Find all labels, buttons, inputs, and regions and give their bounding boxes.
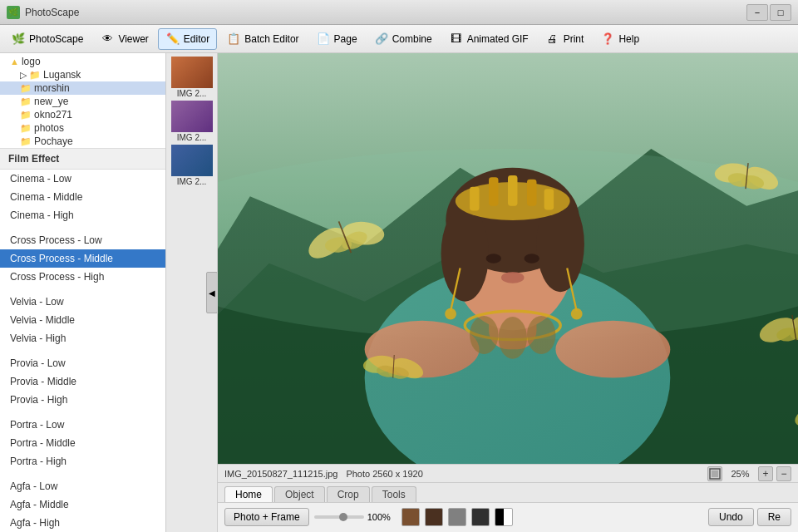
film-velvia-low[interactable]: Velvia - Low [0,293,165,311]
film-effect-menu: Film Effect Cinema - Low Cinema - Middle… [0,149,165,532]
zoom-in-button[interactable]: + [758,466,773,481]
film-velvia-high[interactable]: Velvia - High [0,329,165,347]
film-provia-middle[interactable]: Provia - Middle [0,372,165,391]
redo-button[interactable]: Re [757,508,791,526]
main-toolbar: 🌿 PhotoScape 👁 Viewer ✏️ Editor 📋 Batch … [0,25,798,53]
thumb-img-1 [171,57,213,88]
photo-frame-button[interactable]: Photo + Frame [224,508,309,526]
film-effect-header: Film Effect [0,149,165,170]
zoom-fit-button[interactable] [707,466,722,481]
thumb-label-2: IMG 2... [171,132,213,143]
film-cinema-middle[interactable]: Cinema - Middle [0,188,165,206]
toolbar-print-label: Print [564,33,584,45]
tree-item-label: Pochaye [34,135,73,147]
content-section: ◀ IMG 2... IMG 2... IMG 2... [166,53,798,532]
film-provia-low[interactable]: Provia - Low [0,354,165,372]
film-cinema-high[interactable]: Cinema - High [0,206,165,224]
tree-item-lugansk[interactable]: ▷ 📁 Lugansk [0,68,165,81]
svg-point-10 [441,206,489,302]
film-agfa-low[interactable]: Agfa - Low [0,477,165,495]
maximize-button[interactable]: □ [770,4,791,21]
print-icon: 🖨 [545,32,560,47]
tab-home[interactable]: Home [224,486,273,502]
bottom-tabs: Home Object Crop Tools [218,483,798,503]
film-cinema-low[interactable]: Cinema - Low [0,170,165,188]
tree-item-label: morshin [34,82,70,94]
title-bar: 🌿 PhotoScape − □ [0,0,798,25]
svg-rect-20 [544,189,554,209]
slider-thumb [339,513,347,521]
toolbar-editor[interactable]: ✏️ Editor [158,28,217,50]
color-darkgray[interactable] [471,508,490,526]
status-photosize: Photo 2560 x 1920 [346,469,422,479]
minimize-button[interactable]: − [746,4,768,21]
svg-point-23 [499,317,527,359]
toolbar-viewer[interactable]: 👁 Viewer [92,28,155,50]
toolbar-page-label: Page [334,33,357,45]
toolbar-batch-label: Batch Editor [244,33,298,45]
film-provia-high[interactable]: Provia - High [0,391,165,409]
film-portra-low[interactable]: Portra - Low [0,416,165,434]
film-velvia-middle[interactable]: Velvia - Middle [0,311,165,329]
opacity-slider[interactable]: 100% [314,512,397,522]
bottom-controls: Photo + Frame 100% Undo [218,503,798,532]
svg-point-24 [527,316,555,354]
film-cross-middle[interactable]: Cross Process - Middle [0,249,165,268]
thumbnail-3[interactable]: IMG 2... [171,145,213,187]
bottom-action-buttons: Undo Re [708,508,791,526]
film-portra-middle[interactable]: Portra - Middle [0,434,165,452]
toolbar-gif[interactable]: 🎞 Animated GIF [441,28,536,50]
toolbar-page[interactable]: 📄 Page [308,28,365,50]
tree-item-newye[interactable]: 📁 new_ye [0,95,165,108]
zoom-out-button[interactable]: − [776,466,791,481]
film-portra-high[interactable]: Portra - High [0,452,165,470]
folder-icon-3: 📁 [20,83,32,94]
main-layout: ▲ logo ▷ 📁 Lugansk 📁 morshin 📁 new_ye 📁 … [0,53,798,532]
status-bar: IMG_20150827_111215.jpg Photo 2560 x 192… [218,464,798,482]
thumb-img-2 [171,101,213,132]
film-agfa-high[interactable]: Agfa - High [0,514,165,532]
tab-tools[interactable]: Tools [372,486,416,502]
toolbar-viewer-label: Viewer [118,33,148,45]
color-negative[interactable] [495,508,513,526]
color-darkbrown[interactable] [425,508,443,526]
tree-item-photos[interactable]: 📁 photos [0,121,165,135]
photo-canvas[interactable] [218,53,798,464]
tree-item-morshin[interactable]: 📁 morshin [0,81,165,95]
toolbar-combine-label: Combine [392,33,432,45]
window-controls[interactable]: − □ [746,4,791,21]
film-separator-1 [0,224,165,231]
negative-half [495,509,504,525]
tab-crop[interactable]: Crop [327,486,370,502]
toolbar-print[interactable]: 🖨 Print [538,28,592,50]
color-gray[interactable] [448,508,466,526]
toolbar-photoscape[interactable]: 🌿 PhotoScape [3,28,91,50]
film-cross-high[interactable]: Cross Process - High [0,268,165,286]
toolbar-combine[interactable]: 🔗 Combine [367,28,440,50]
tab-object[interactable]: Object [274,486,325,502]
tree-expand-icon: ▷ [20,70,27,81]
folder-icon-7: 📁 [20,136,32,147]
gif-icon: 🎞 [449,32,464,47]
svg-point-12 [486,254,501,263]
undo-button[interactable]: Undo [708,508,754,526]
tree-item-label: Lugansk [43,69,81,81]
tree-item-pochaye[interactable]: 📁 Pochaye [0,135,165,148]
thumbnail-2[interactable]: IMG 2... [171,101,213,143]
combine-icon: 🔗 [374,32,389,47]
film-cross-low[interactable]: Cross Process - Low [0,231,165,249]
toolbar-batch[interactable]: 📋 Batch Editor [219,28,306,50]
toolbar-help-label: Help [618,33,639,45]
svg-point-28 [571,308,583,320]
svg-rect-18 [508,175,517,206]
color-brown[interactable] [401,508,420,526]
svg-rect-17 [489,177,498,205]
bottom-toolbar: Home Object Crop Tools Photo + Frame 100… [218,482,798,532]
tree-item-logo[interactable]: ▲ logo [0,55,165,68]
toolbar-help[interactable]: ❓ Help [593,28,647,50]
tree-item-okno[interactable]: 📁 okno271 [0,108,165,121]
thumb-label-3: IMG 2... [171,176,213,187]
film-agfa-middle[interactable]: Agfa - Middle [0,495,165,514]
thumbnail-1[interactable]: IMG 2... [171,57,213,99]
sidebar-collapse-button[interactable]: ◀ [206,272,218,313]
